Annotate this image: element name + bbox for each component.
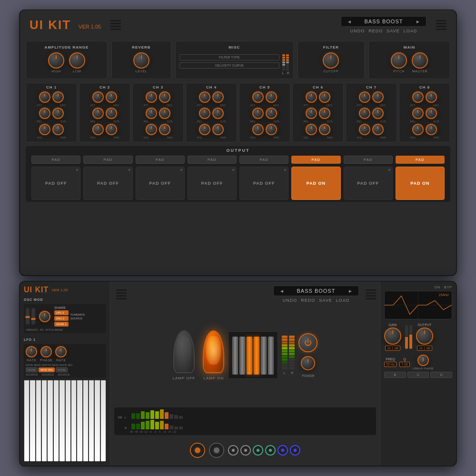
ch6-pan-knob[interactable] xyxy=(319,124,330,135)
none2-btn[interactable]: NONE xyxy=(56,367,68,372)
bp-undo[interactable]: UNDO xyxy=(283,298,298,303)
ch4-sus-knob[interactable] xyxy=(212,108,224,119)
ch7-pan-knob[interactable] xyxy=(372,124,384,135)
key-b2[interactable] xyxy=(100,380,106,462)
pad-btn-2[interactable]: PAD xyxy=(83,156,132,164)
save-btn[interactable]: SAVE xyxy=(387,29,399,33)
ch6-vol-knob[interactable] xyxy=(306,124,317,135)
ch3-dec-knob[interactable] xyxy=(159,91,170,103)
ch2-rel-knob[interactable] xyxy=(92,108,104,119)
byp-btn[interactable]: BYP xyxy=(444,286,452,289)
power-knob[interactable] xyxy=(301,356,315,370)
key-g2[interactable] xyxy=(89,380,94,462)
pitch-knob[interactable] xyxy=(391,52,407,69)
adsr-btn[interactable]: ADSR 1 xyxy=(54,322,69,327)
ch5-rel-knob[interactable] xyxy=(252,108,264,119)
key-c2[interactable] xyxy=(65,380,71,462)
ch1-sus-knob[interactable] xyxy=(52,108,64,119)
ch1-pan-knob[interactable] xyxy=(52,124,64,135)
pad-5[interactable]: PAD OFF xyxy=(239,167,288,200)
jack-s1[interactable] xyxy=(228,445,238,456)
jack-s6[interactable] xyxy=(290,445,300,456)
dn1-btn[interactable]: DN1 2 xyxy=(54,316,69,321)
key-d[interactable] xyxy=(30,380,35,462)
key-e2[interactable] xyxy=(77,380,82,462)
undo-btn[interactable]: UNDO xyxy=(350,29,365,33)
ch8-rel-knob[interactable] xyxy=(412,108,424,119)
preset-next[interactable]: ► xyxy=(416,19,420,24)
ch7-vol-knob[interactable] xyxy=(359,124,370,135)
btn-b[interactable]: B xyxy=(384,372,406,378)
key-g[interactable] xyxy=(47,380,53,462)
ch4-att-knob[interactable] xyxy=(199,91,210,103)
pad-1[interactable]: PAD OFF xyxy=(31,167,80,200)
jack-s2[interactable] xyxy=(240,445,251,456)
pad-btn-4[interactable]: PAD xyxy=(188,156,237,164)
ch4-dec-knob[interactable] xyxy=(212,91,224,103)
bp-redo[interactable]: REDO xyxy=(301,298,315,303)
ch8-pan-knob[interactable] xyxy=(426,124,437,135)
key-a2[interactable] xyxy=(94,380,100,462)
lamp-off[interactable] xyxy=(173,330,195,373)
output-slider-2[interactable] xyxy=(409,325,412,349)
ch2-vol-knob[interactable] xyxy=(92,124,104,135)
ch8-att-knob[interactable] xyxy=(412,91,424,103)
pad-btn-7[interactable]: PAD xyxy=(344,156,393,164)
gain-knob[interactable] xyxy=(384,327,401,345)
key-a[interactable] xyxy=(53,380,59,462)
ch5-vol-knob[interactable] xyxy=(252,124,264,135)
jack-large-1[interactable] xyxy=(190,443,205,458)
ch4-rel-knob[interactable] xyxy=(199,108,210,119)
ch5-att-knob[interactable] xyxy=(252,91,264,103)
ch7-att-knob[interactable] xyxy=(359,91,370,103)
none1-btn[interactable]: NONE xyxy=(26,367,38,372)
ch4-pan-knob[interactable] xyxy=(212,124,224,135)
ch5-dec-knob[interactable] xyxy=(266,91,277,103)
rate2-knob[interactable] xyxy=(55,346,67,357)
pad-4[interactable]: PAD OFF xyxy=(188,167,237,200)
output-slider-1[interactable] xyxy=(405,325,408,349)
bp-load[interactable]: LOAD xyxy=(336,298,350,303)
pad-btn-6[interactable]: PAD xyxy=(291,156,340,164)
bp-save[interactable]: SAVE xyxy=(319,298,332,303)
pad-btn-5[interactable]: PAD xyxy=(239,156,288,164)
up1-btn[interactable]: UP1 2 xyxy=(54,310,69,315)
key-d2[interactable] xyxy=(71,380,77,462)
ch8-vol-knob[interactable] xyxy=(412,124,424,135)
linear-phase-knob[interactable] xyxy=(417,355,429,366)
master-knob[interactable] xyxy=(412,52,428,69)
pad-6[interactable]: PAD ON xyxy=(291,167,340,200)
lamp-on[interactable] xyxy=(203,330,224,373)
ch2-dec-knob[interactable] xyxy=(106,91,117,103)
ch6-rel-knob[interactable] xyxy=(306,108,317,119)
on-btn[interactable]: ON xyxy=(434,286,440,289)
pad-btn-1[interactable]: PAD xyxy=(31,156,80,164)
btn-c[interactable]: C xyxy=(407,372,429,378)
bp-prev[interactable]: ◄ xyxy=(279,288,284,294)
ch2-sus-knob[interactable] xyxy=(106,108,117,119)
load-btn[interactable]: LOAD xyxy=(404,29,417,33)
osc-slider1[interactable] xyxy=(26,308,30,325)
level-knob[interactable] xyxy=(133,52,149,69)
ch3-vol-knob[interactable] xyxy=(146,124,157,135)
ch2-att-knob[interactable] xyxy=(92,91,104,103)
jack-s3[interactable] xyxy=(253,445,263,456)
ch7-sus-knob[interactable] xyxy=(372,108,384,119)
modwh-btn[interactable]: MOD WH xyxy=(39,367,55,372)
btn-d[interactable]: D xyxy=(430,372,452,378)
key-e[interactable] xyxy=(36,380,41,462)
ch8-sus-knob[interactable] xyxy=(426,108,437,119)
pad-7[interactable]: PAD OFF xyxy=(344,167,393,200)
piano-keyboard[interactable] xyxy=(24,380,106,462)
ch7-rel-knob[interactable] xyxy=(359,108,370,119)
high-knob[interactable] xyxy=(48,52,64,69)
output-knob[interactable] xyxy=(416,327,433,345)
jack-s4[interactable] xyxy=(265,445,276,456)
phase-knob[interactable] xyxy=(40,346,52,357)
key-b[interactable] xyxy=(59,380,65,462)
ch8-dec-knob[interactable] xyxy=(426,91,437,103)
preset-prev[interactable]: ◄ xyxy=(347,19,352,24)
key-f2[interactable] xyxy=(83,380,89,462)
ch6-dec-knob[interactable] xyxy=(319,91,330,103)
pad-btn-3[interactable]: PAD xyxy=(136,156,185,164)
